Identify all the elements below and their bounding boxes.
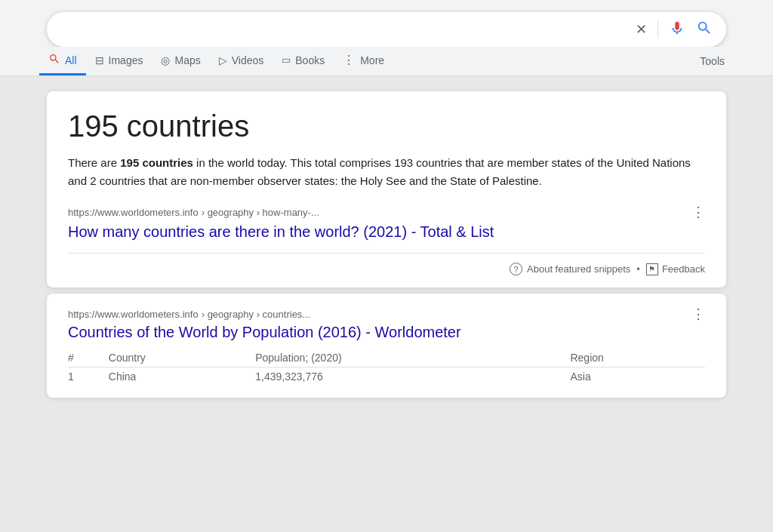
tab-videos-label: Videos <box>232 54 264 66</box>
books-icon: ▭ <box>282 54 291 66</box>
tab-images[interactable]: ⊟ Images <box>86 48 152 75</box>
table-header-num: # <box>68 349 109 367</box>
tab-all-label: All <box>65 54 77 66</box>
result-domain: https://www.worldometers.info <box>68 309 199 320</box>
search-divider <box>658 20 658 38</box>
second-result-card: https://www.worldometers.info › geograph… <box>47 294 726 398</box>
mic-icon[interactable] <box>669 20 685 39</box>
feedback-button[interactable]: ⚑ Feedback <box>646 263 705 275</box>
featured-snippet-card: 195 countries There are 195 countries in… <box>47 91 726 288</box>
answer-bold: 195 countries <box>120 156 193 169</box>
snippet-kebab-menu[interactable]: ⋮ <box>691 204 705 220</box>
separator-dot: • <box>636 263 640 275</box>
search-icon[interactable] <box>696 20 713 39</box>
result-path: › geography › countries... <box>202 309 311 320</box>
tab-all[interactable]: All <box>39 47 86 75</box>
search-input[interactable]: how many countries in the world <box>60 22 636 38</box>
maps-icon: ◎ <box>161 54 170 66</box>
result-table: # Country Population; (2020) Region 1 Ch… <box>68 349 705 386</box>
table-header-country: Country <box>109 349 255 367</box>
result-link[interactable]: Countries of the World by Population (20… <box>68 324 705 341</box>
about-snippets-label: About featured snippets <box>527 263 630 275</box>
snippet-path: › geography › how-many-... <box>202 207 319 218</box>
table-cell-region: Asia <box>570 367 705 386</box>
images-icon: ⊟ <box>95 54 104 66</box>
tools-button[interactable]: Tools <box>691 49 734 73</box>
table-cell-num: 1 <box>68 367 109 386</box>
table-row: 1 China 1,439,323,776 Asia <box>68 367 705 386</box>
feedback-label: Feedback <box>662 263 705 275</box>
result-kebab-menu[interactable]: ⋮ <box>691 306 705 322</box>
snippet-footer: ? About featured snippets • ⚑ Feedback <box>68 253 705 275</box>
snippet-domain: https://www.worldometers.info <box>68 207 199 218</box>
answer-count: 195 countries <box>68 109 705 143</box>
answer-description: There are 195 countries in the world tod… <box>68 154 705 190</box>
tab-maps-label: Maps <box>174 54 200 66</box>
tab-videos[interactable]: ▷ Videos <box>210 48 273 75</box>
snippet-result-link[interactable]: How many countries are there in the worl… <box>68 223 705 241</box>
tab-more[interactable]: ⋮ More <box>334 47 393 75</box>
tab-more-label: More <box>360 54 384 66</box>
tab-books-label: Books <box>295 54 325 66</box>
videos-icon: ▷ <box>219 54 227 66</box>
feedback-icon: ⚑ <box>646 263 658 275</box>
tab-maps[interactable]: ◎ Maps <box>152 48 209 75</box>
more-icon: ⋮ <box>343 53 356 67</box>
tab-images-label: Images <box>109 54 143 66</box>
all-icon <box>48 53 60 67</box>
result-source-line: https://www.worldometers.info › geograph… <box>68 306 705 322</box>
table-header-region: Region <box>570 349 705 367</box>
clear-icon[interactable]: ✕ <box>636 21 647 38</box>
table-cell-population: 1,439,323,776 <box>255 367 570 386</box>
question-icon: ? <box>510 263 522 275</box>
tab-books[interactable]: ▭ Books <box>273 48 334 75</box>
about-snippets-button[interactable]: ? About featured snippets <box>510 263 630 275</box>
table-header-population: Population; (2020) <box>255 349 570 367</box>
snippet-source-line: https://www.worldometers.info › geograph… <box>68 204 705 220</box>
tools-label: Tools <box>700 55 725 67</box>
table-cell-country: China <box>109 367 255 386</box>
